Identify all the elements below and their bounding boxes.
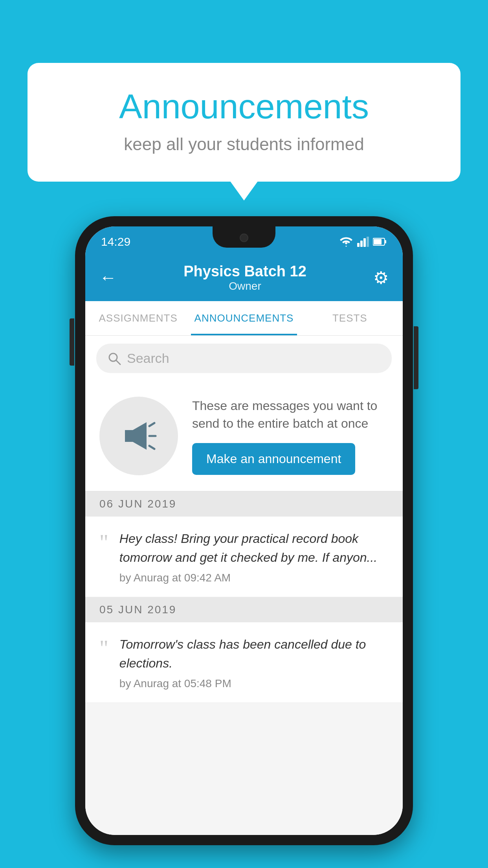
header-title-area: Physics Batch 12 Owner xyxy=(183,263,306,292)
phone-mockup: 14:29 xyxy=(75,216,413,845)
svg-rect-1 xyxy=(360,241,363,247)
prompt-text: These are messages you want to send to t… xyxy=(192,397,389,432)
tab-tests[interactable]: TESTS xyxy=(297,301,403,335)
announcement-meta-1: by Anurag at 09:42 AM xyxy=(119,572,389,584)
svg-rect-3 xyxy=(367,237,369,247)
svg-line-8 xyxy=(116,360,120,364)
quote-icon-1: " xyxy=(99,531,108,584)
content-area: Search xyxy=(85,336,403,835)
settings-button[interactable]: ⚙ xyxy=(373,268,389,288)
speech-bubble: Announcements keep all your students inf… xyxy=(28,63,460,182)
svg-rect-6 xyxy=(374,239,382,245)
app-header: ← Physics Batch 12 Owner ⚙ xyxy=(85,254,403,301)
date-text-1: 06 JUN 2019 xyxy=(99,498,176,510)
tab-assignments[interactable]: ASSIGNMENTS xyxy=(85,301,191,335)
announcement-text-1: Hey class! Bring your practical record b… xyxy=(119,529,389,567)
svg-line-10 xyxy=(149,423,154,426)
battery-icon xyxy=(373,237,387,246)
tab-bar: ASSIGNMENTS ANNOUNCEMENTS TESTS xyxy=(85,301,403,336)
phone-frame: 14:29 xyxy=(75,216,413,845)
status-time: 14:29 xyxy=(101,235,130,248)
make-announcement-button[interactable]: Make an announcement xyxy=(192,443,355,475)
speech-bubble-area: Announcements keep all your students inf… xyxy=(28,63,460,182)
wifi-icon xyxy=(339,237,353,247)
announcement-prompt: These are messages you want to send to t… xyxy=(85,381,403,491)
svg-rect-2 xyxy=(363,238,366,247)
megaphone-icon xyxy=(117,414,160,458)
speech-bubble-subtitle: keep all your students informed xyxy=(59,134,429,154)
svg-marker-9 xyxy=(125,422,147,450)
camera xyxy=(240,234,248,242)
status-icons xyxy=(339,237,387,247)
search-input[interactable]: Search xyxy=(96,344,392,373)
announcement-item-2[interactable]: " Tomorrow's class has been cancelled du… xyxy=(85,622,403,703)
svg-rect-5 xyxy=(385,240,386,243)
announcement-text-2: Tomorrow's class has been cancelled due … xyxy=(119,635,389,673)
megaphone-circle xyxy=(99,397,178,475)
back-button[interactable]: ← xyxy=(99,268,117,287)
signal-icon xyxy=(357,237,369,247)
search-placeholder: Search xyxy=(127,351,169,366)
tab-announcements[interactable]: ANNOUNCEMENTS xyxy=(191,301,297,335)
phone-screen: 14:29 xyxy=(85,226,403,835)
header-subtitle: Owner xyxy=(183,280,306,292)
quote-icon-2: " xyxy=(99,637,108,690)
date-text-2: 05 JUN 2019 xyxy=(99,603,176,616)
announcement-meta-2: by Anurag at 05:48 PM xyxy=(119,677,389,690)
svg-rect-0 xyxy=(357,243,360,247)
svg-line-12 xyxy=(149,446,154,449)
speech-bubble-title: Announcements xyxy=(59,86,429,127)
search-bar-container: Search xyxy=(85,336,403,381)
header-title: Physics Batch 12 xyxy=(183,263,306,280)
date-divider-2: 05 JUN 2019 xyxy=(85,597,403,622)
phone-notch xyxy=(213,226,275,248)
announcement-item-1[interactable]: " Hey class! Bring your practical record… xyxy=(85,517,403,597)
date-divider-1: 06 JUN 2019 xyxy=(85,491,403,517)
prompt-right: These are messages you want to send to t… xyxy=(192,397,389,475)
announcement-content-2: Tomorrow's class has been cancelled due … xyxy=(119,635,389,690)
search-icon xyxy=(107,351,121,366)
announcement-content-1: Hey class! Bring your practical record b… xyxy=(119,529,389,584)
